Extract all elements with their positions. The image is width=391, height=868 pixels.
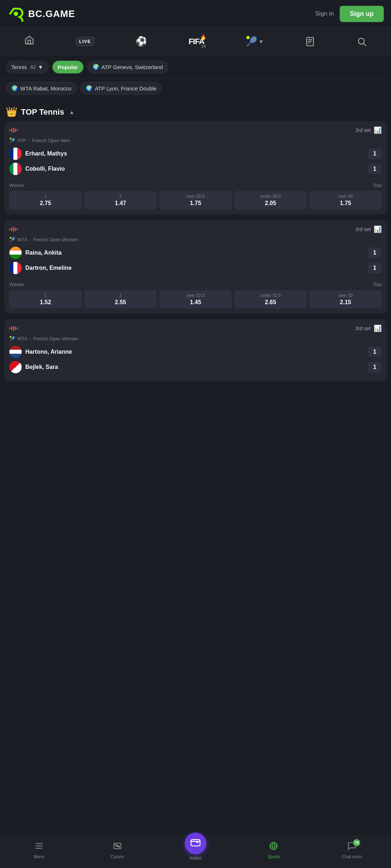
crown-icon: 👑	[6, 106, 17, 118]
card-divider-1	[9, 278, 382, 278]
sign-in-button[interactable]: Sign in	[315, 10, 334, 17]
odd-btn-1-4[interactable]: over 33 2.15	[309, 290, 382, 309]
nav-search[interactable]	[353, 34, 370, 49]
wave4	[15, 128, 16, 132]
score-0-p2: 1	[368, 163, 382, 174]
flag-0-p2	[9, 163, 22, 175]
svg-point-12	[115, 844, 116, 846]
live-indicator-2	[9, 326, 18, 331]
filter-popular[interactable]: Popular	[52, 61, 83, 73]
radio-waves-1	[9, 227, 18, 232]
filter-atp-geneva[interactable]: 🌍 ATP Geneva, Switzerland	[87, 60, 168, 73]
nav-fifa[interactable]: FIFA 🔥 24	[185, 35, 208, 48]
nav-soccer[interactable]: ⚽	[132, 34, 151, 49]
player-info-0-p2: Cobolli, Flavio	[9, 163, 65, 175]
player-name-1-p2: Dartron, Emeline	[25, 265, 72, 271]
odd-btn-1-2[interactable]: over 32.5 1.45	[159, 290, 232, 309]
separator-2: ›	[30, 336, 31, 341]
odd-label-1-1: 2	[86, 293, 155, 298]
player-name-2-p1: Hartono, Arianne	[25, 349, 72, 355]
score-1-p2: 1	[368, 263, 382, 273]
filter-wta-rabat-label: WTA Rabat, Morocco	[20, 85, 71, 92]
card-league-0: 🎾 ATP › French Open Men	[9, 138, 382, 143]
nav-chat[interactable]: 78 Chat room	[338, 841, 366, 859]
wallet-label: Wallet	[190, 856, 202, 861]
odd-btn-1-0[interactable]: 1 1.52	[9, 290, 82, 309]
card-top-row-1: 3rd set 📊	[9, 225, 382, 233]
tennis-league-icon-0: 🎾	[9, 138, 15, 143]
wave4	[15, 327, 16, 330]
odd-label-0-3: under 29.5	[236, 194, 305, 199]
odd-btn-0-3[interactable]: under 29.5 2.05	[235, 191, 307, 209]
match-card-1: 3rd set 📊 🎾 WTA › French Open Women Rain…	[4, 220, 387, 314]
nav-menu[interactable]: Menu	[25, 841, 53, 859]
chat-badge: 78	[347, 841, 357, 853]
svg-point-13	[117, 845, 118, 846]
filter-wta-rabat[interactable]: 🌍 WTA Rabat, Morocco	[6, 82, 77, 95]
odd-btn-0-2[interactable]: over 29.5 1.75	[159, 191, 232, 209]
chevron-down-icon: ▼	[259, 39, 264, 44]
wave2	[11, 327, 12, 330]
odd-value-1-4: 2.15	[311, 299, 380, 306]
odd-btn-0-1[interactable]: 2 1.47	[85, 191, 157, 209]
casino-icon	[113, 841, 122, 853]
header: BC.GAME Sign in Sign up	[0, 0, 391, 28]
top-tennis-title: TOP Tennis	[21, 107, 64, 117]
match-card-0: 3rd set 📊 🎾 ATP › French Open Men Erhard…	[4, 121, 387, 214]
fifa-badge: FIFA 🔥 24	[189, 37, 205, 46]
player-info-2-p1: Hartono, Arianne	[9, 346, 72, 358]
sort-icon: ▲	[69, 109, 74, 115]
player-row-0-p2: Cobolli, Flavio 1	[9, 163, 382, 175]
wave3	[13, 227, 14, 232]
filter-tennis[interactable]: Tennis 62 ▼	[6, 61, 49, 73]
nav-sports[interactable]: Sports	[259, 841, 288, 859]
wave2	[11, 227, 12, 231]
score-0-p1: 1	[368, 148, 382, 159]
filter-atp-lyon[interactable]: 🌍 ATP Lyon, France Double	[80, 82, 162, 95]
wave5	[17, 129, 18, 131]
logo-text: BC.GAME	[28, 8, 75, 20]
odd-btn-1-1[interactable]: 2 2.55	[85, 290, 157, 309]
svg-point-14	[118, 846, 119, 847]
winner-label-1: Winner	[9, 282, 24, 287]
wave1	[9, 129, 10, 131]
odd-btn-1-3[interactable]: under 32.5 2.65	[235, 290, 307, 309]
wallet-center-btn[interactable]	[185, 833, 206, 854]
wave5	[17, 228, 18, 230]
nav-betslip[interactable]	[301, 34, 319, 49]
nav-home[interactable]	[21, 33, 38, 50]
odd-btn-0-0[interactable]: 1 2.75	[9, 191, 82, 209]
tennis-league-icon-1: 🎾	[9, 237, 15, 242]
sign-up-button[interactable]: Sign up	[340, 6, 384, 22]
nav-live[interactable]: LIVE	[72, 35, 98, 48]
filter-atp-geneva-label: ATP Geneva, Switzerland	[102, 64, 163, 70]
wave3	[13, 128, 14, 133]
filter-row-2: 🌍 WTA Rabat, Morocco 🌍 ATP Lyon, France …	[0, 79, 391, 100]
set-label-0: 3rd set	[355, 127, 371, 133]
card-meta-right-0: 3rd set 📊	[355, 126, 382, 134]
card-league-2: 🎾 WTA › French Open Women	[9, 336, 382, 341]
nav-wallet[interactable]: Wallet	[181, 840, 210, 861]
fire-icon: 🔥	[200, 34, 206, 40]
filter-tennis-label: Tennis	[11, 64, 27, 70]
nav-casino[interactable]: Casino	[103, 841, 132, 859]
card-top-row-0: 3rd set 📊	[9, 126, 382, 134]
player-info-2-p2: Bejlek, Sara	[9, 361, 58, 373]
bc-game-logo-icon	[7, 5, 25, 22]
betslip-icon	[305, 37, 315, 47]
tournament-0: French Open Men	[32, 138, 70, 143]
score-2-p1: 1	[368, 346, 382, 357]
stats-icon-2: 📊	[374, 324, 382, 332]
nav-bar: LIVE ⚽ FIFA 🔥 24 🎾 ▼	[0, 28, 391, 55]
flag-1-p2	[9, 262, 22, 274]
nav-tennis[interactable]: 🎾 ▼	[242, 34, 267, 49]
player-row-2-p1: Hartono, Arianne 1	[9, 346, 382, 358]
filter-row-1: Tennis 62 ▼ Popular 🌍 ATP Geneva, Switze…	[0, 55, 391, 79]
flag-1-p1	[9, 247, 22, 259]
flag-2-p1	[9, 346, 22, 358]
filter-tennis-count: 62	[30, 64, 35, 70]
odd-btn-0-4[interactable]: over 30 1.75	[309, 191, 382, 209]
odd-value-0-1: 1.47	[86, 200, 155, 207]
tennis-league-icon-2: 🎾	[9, 336, 15, 341]
search-icon	[357, 37, 367, 47]
